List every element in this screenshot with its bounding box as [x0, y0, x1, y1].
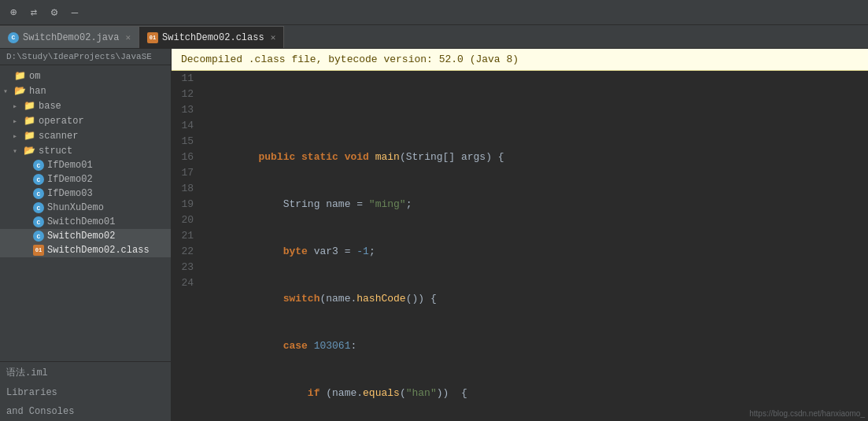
code-editor: public static void main(String[] args) {… — [203, 71, 868, 421]
tree-item-base[interactable]: ▸ 📁 base — [0, 98, 171, 113]
sidebar-consoles-label: and Consoles — [6, 406, 74, 417]
tree-item-ifdemo03[interactable]: C IfDemo03 — [0, 186, 171, 201]
file-icon-switchdemo02-class: 01 — [33, 245, 44, 256]
tree-item-scanner[interactable]: ▸ 📁 scanner — [0, 128, 171, 143]
tab-java-close[interactable]: ✕ — [125, 32, 131, 42]
main-layout: D:\Study\IdeaProjects\JavaSE 📁 om ▾ 📂 ha… — [0, 49, 868, 421]
sidebar-bottom-iml[interactable]: 语法.iml — [0, 362, 171, 383]
tree-label-switchdemo02: SwitchDemo02 — [47, 231, 115, 242]
file-icon-ifdemo01: C — [33, 160, 44, 171]
java-file-icon: C — [8, 32, 19, 43]
breadcrumb: D:\Study\IdeaProjects\JavaSE — [0, 49, 171, 65]
arrow-operator: ▸ — [13, 116, 20, 126]
content-area: Decompiled .class file, bytecode version… — [172, 49, 868, 421]
folder-icon-base: 📁 — [24, 100, 35, 112]
tree-label-switchdemo01: SwitchDemo01 — [47, 216, 115, 227]
tree-item-switchdemo02[interactable]: C SwitchDemo02 — [0, 229, 171, 243]
sidebar-bottom: 语法.iml Libraries and Consoles — [0, 361, 171, 421]
folder-icon-han: 📂 — [14, 85, 26, 97]
tab-class[interactable]: 01 SwitchDemo02.class ✕ — [139, 26, 284, 48]
code-line-14: byte var3 = -1; — [209, 244, 862, 260]
toolbar: ⊕ ⇄ ⚙ — — [0, 0, 868, 25]
watermark: https://blog.csdn.net/hanxiaomo_ — [749, 409, 865, 418]
line-num-20: 20 — [178, 212, 194, 228]
toolbar-icon-add[interactable]: ⊕ — [6, 6, 20, 20]
arrow-han: ▾ — [3, 87, 11, 96]
tree-item-han[interactable]: ▾ 📂 han — [0, 83, 171, 98]
code-line-17: if (name.equals("han")) { — [209, 386, 862, 401]
line-num-23: 23 — [178, 260, 194, 275]
code-line-13: String name = "ming"; — [209, 197, 862, 212]
line-num-13: 13 — [178, 102, 194, 118]
file-icon-ifdemo02: C — [33, 174, 44, 185]
tree-item-struct[interactable]: ▾ 📂 struct — [0, 143, 171, 158]
info-banner: Decompiled .class file, bytecode version… — [172, 49, 868, 71]
tree-item-ifdemo01[interactable]: C IfDemo01 — [0, 158, 171, 172]
line-num-17: 17 — [178, 165, 194, 181]
tree-label-ifdemo03: IfDemo03 — [47, 188, 93, 199]
line-num-11: 11 — [178, 71, 194, 87]
line-num-18: 18 — [178, 181, 194, 197]
arrow-scanner: ▸ — [13, 131, 20, 141]
arrow-struct: ▾ — [13, 146, 20, 156]
tree-item-switchdemo01[interactable]: C SwitchDemo01 — [0, 215, 171, 229]
code-line-15: switch(name.hashCode()) { — [209, 291, 862, 307]
line-num-12: 12 — [178, 87, 194, 102]
line-num-22: 22 — [178, 244, 194, 260]
line-num-16: 16 — [178, 150, 194, 165]
code-line-11 — [209, 102, 862, 118]
tree-item-operator[interactable]: ▸ 📁 operator — [0, 113, 171, 128]
tree-label-om: om — [29, 71, 40, 82]
tab-class-label: SwitchDemo02.class — [162, 32, 264, 43]
sidebar-libraries-label: Libraries — [6, 387, 57, 398]
tree-item-ifdemo02[interactable]: C IfDemo02 — [0, 172, 171, 186]
sidebar-iml-label: 语法.iml — [6, 366, 48, 379]
tree-label-ifdemo02: IfDemo02 — [47, 174, 93, 185]
line-num-21: 21 — [178, 228, 194, 244]
file-icon-shunxudemo: C — [33, 202, 44, 213]
tree-label-ifdemo01: IfDemo01 — [47, 160, 93, 171]
arrow-base: ▸ — [13, 102, 20, 111]
folder-icon-struct: 📂 — [24, 145, 35, 157]
tree-label-han: han — [29, 86, 46, 97]
sidebar: D:\Study\IdeaProjects\JavaSE 📁 om ▾ 📂 ha… — [0, 49, 172, 421]
tab-java-label: SwitchDemo02.java — [23, 32, 119, 43]
toolbar-icon-split[interactable]: ⇄ — [27, 6, 41, 20]
file-icon-switchdemo02: C — [33, 231, 44, 242]
class-file-icon: 01 — [147, 32, 158, 43]
sidebar-bottom-libraries[interactable]: Libraries — [0, 383, 171, 402]
tree-label-switchdemo02-class: SwitchDemo02.class — [47, 245, 150, 256]
line-num-19: 19 — [178, 197, 194, 212]
code-line-12: public static void main(String[] args) { — [209, 150, 862, 165]
tree-label-base: base — [39, 101, 61, 112]
code-area[interactable]: 11 12 13 14 15 16 17 18 19 20 21 22 23 2… — [172, 71, 868, 421]
file-icon-ifdemo03: C — [33, 188, 44, 199]
toolbar-icon-minimize[interactable]: — — [68, 6, 82, 20]
sidebar-bottom-consoles[interactable]: and Consoles — [0, 402, 171, 421]
file-icon-switchdemo01: C — [33, 216, 44, 227]
tree-item-om[interactable]: 📁 om — [0, 68, 171, 83]
code-line-16: case 103061: — [209, 338, 862, 354]
tree-item-switchdemo02-class[interactable]: 01 SwitchDemo02.class — [0, 243, 171, 257]
tab-java[interactable]: C SwitchDemo02.java ✕ — [0, 26, 139, 48]
line-num-24: 24 — [178, 275, 194, 291]
line-num-15: 15 — [178, 134, 194, 150]
tree-label-struct: struct — [39, 146, 72, 157]
folder-icon-om: 📁 — [14, 70, 26, 82]
project-tree[interactable]: 📁 om ▾ 📂 han ▸ 📁 base ▸ 📁 operator — [0, 65, 171, 361]
tree-label-shunxudemo: ShunXuDemo — [47, 202, 104, 213]
folder-icon-operator: 📁 — [24, 115, 35, 127]
tree-label-operator: operator — [39, 116, 84, 127]
line-numbers: 11 12 13 14 15 16 17 18 19 20 21 22 23 2… — [172, 71, 203, 421]
folder-icon-scanner: 📁 — [24, 130, 35, 142]
toolbar-icon-settings[interactable]: ⚙ — [47, 6, 61, 20]
tree-label-scanner: scanner — [39, 131, 78, 142]
line-num-14: 14 — [178, 118, 194, 134]
tab-bar: C SwitchDemo02.java ✕ 01 SwitchDemo02.cl… — [0, 25, 868, 49]
tab-class-close[interactable]: ✕ — [271, 32, 276, 42]
tree-item-shunxudemo[interactable]: C ShunXuDemo — [0, 201, 171, 215]
